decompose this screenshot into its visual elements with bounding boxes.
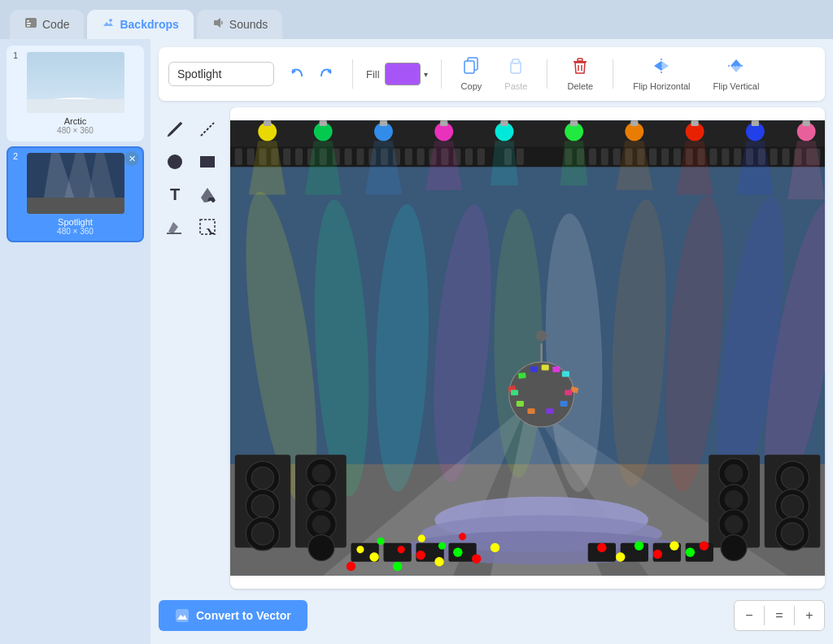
flip-v-label: Flip Vertical	[713, 81, 760, 91]
svg-point-170	[597, 543, 606, 552]
svg-rect-19	[464, 61, 474, 73]
fill-arrow-icon[interactable]: ▾	[424, 70, 428, 79]
fill-tool[interactable]	[194, 181, 221, 208]
delete-button[interactable]: Delete	[560, 54, 600, 94]
sidebar: 1 Arctic	[0, 39, 150, 644]
flip-v-icon	[725, 57, 748, 79]
svg-rect-194	[570, 120, 578, 126]
tab-bar: Code Backdrops Sounds	[0, 0, 833, 39]
zoom-in-button[interactable]: +	[795, 601, 824, 630]
zoom-controls: − = +	[734, 600, 825, 631]
zoom-reset-button[interactable]: =	[765, 601, 794, 630]
svg-point-168	[472, 555, 481, 564]
svg-rect-196	[630, 120, 638, 126]
ellipse-tool[interactable]	[161, 148, 189, 176]
svg-rect-15	[27, 198, 124, 214]
canvas[interactable]	[230, 107, 825, 589]
line-tool[interactable]	[194, 115, 221, 143]
backdrop-number-2: 2	[13, 151, 18, 161]
svg-point-153	[721, 535, 747, 561]
svg-rect-184	[264, 120, 271, 126]
fill-label: Fill	[366, 68, 380, 80]
toolbar: Fill ▾ Copy	[159, 47, 825, 101]
svg-point-176	[700, 542, 709, 550]
svg-rect-60	[235, 148, 242, 165]
erase-tool[interactable]	[161, 213, 189, 241]
brush-tool[interactable]	[161, 115, 189, 143]
main-content: 1 Arctic	[0, 39, 833, 644]
svg-rect-69	[344, 148, 351, 165]
fill-color-swatch[interactable]	[385, 63, 421, 85]
tab-code[interactable]: Code	[10, 10, 84, 39]
svg-point-178	[377, 537, 384, 545]
zoom-out-button[interactable]: −	[735, 601, 764, 630]
svg-point-167	[453, 548, 462, 557]
fill-group: Fill ▾	[366, 63, 428, 85]
svg-point-33	[168, 154, 182, 169]
text-tool[interactable]: T	[161, 181, 189, 208]
svg-rect-192	[500, 120, 508, 126]
svg-point-181	[438, 542, 446, 550]
svg-point-165	[416, 550, 425, 559]
svg-point-135	[312, 490, 331, 509]
svg-rect-113	[511, 389, 518, 395]
editor-area: Fill ▾ Copy	[150, 39, 833, 644]
svg-rect-65	[295, 148, 303, 165]
backdrop-item-spotlight[interactable]: 2 ✕ Spotlight 480 × 360	[7, 146, 144, 242]
tab-backdrops-label: Backdrops	[120, 18, 178, 31]
tab-sounds[interactable]: Sounds	[197, 10, 282, 39]
draw-tools-panel: T	[159, 107, 224, 589]
svg-point-36	[212, 199, 215, 202]
code-icon	[24, 16, 37, 33]
svg-rect-90	[649, 148, 656, 165]
copy-icon	[462, 57, 480, 79]
undo-button[interactable]	[284, 61, 310, 87]
divider-1	[352, 59, 353, 89]
svg-point-145	[781, 523, 803, 545]
svg-point-173	[653, 550, 662, 559]
svg-point-137	[312, 516, 331, 534]
svg-rect-200	[752, 120, 759, 126]
svg-point-164	[393, 562, 402, 571]
convert-to-vector-button[interactable]: Convert to Vector	[159, 600, 307, 631]
flip-v-button[interactable]: Flip Vertical	[707, 54, 766, 94]
svg-point-148	[725, 464, 744, 483]
svg-rect-111	[562, 372, 569, 377]
backdrop-item-arctic[interactable]: 1 Arctic	[7, 46, 144, 141]
backdrop-label-arctic: Arctic 480 × 360	[57, 116, 94, 135]
svg-rect-79	[465, 148, 473, 165]
svg-marker-5	[214, 18, 220, 28]
svg-point-138	[308, 535, 334, 561]
svg-rect-213	[176, 609, 189, 622]
delete-badge-spotlight[interactable]: ✕	[124, 151, 139, 166]
svg-rect-92	[674, 148, 681, 165]
sounds-icon	[212, 16, 225, 33]
svg-rect-87	[613, 148, 621, 165]
svg-rect-70	[356, 148, 364, 165]
svg-point-126	[251, 467, 273, 489]
svg-rect-108	[530, 367, 538, 372]
redo-button[interactable]	[313, 61, 339, 87]
delete-label: Delete	[567, 81, 593, 91]
divider-2	[441, 59, 442, 89]
svg-marker-31	[731, 66, 742, 72]
svg-rect-116	[560, 401, 567, 407]
delete-icon	[571, 57, 589, 79]
svg-rect-117	[528, 408, 535, 414]
svg-point-4	[109, 19, 112, 22]
svg-rect-188	[380, 120, 387, 126]
tool-row-4	[159, 213, 224, 241]
rect-tool[interactable]	[194, 148, 221, 176]
svg-point-175	[686, 548, 695, 557]
flip-h-button[interactable]: Flip Horizontal	[626, 54, 696, 94]
copy-button[interactable]: Copy	[455, 54, 489, 94]
svg-rect-110	[552, 367, 560, 372]
backdrop-thumb-spotlight	[27, 153, 124, 214]
select-tool[interactable]	[194, 213, 221, 241]
divider-3	[547, 59, 547, 89]
canvas-row: T	[159, 107, 825, 589]
paste-button[interactable]: Paste	[498, 54, 534, 94]
backdrop-name-input[interactable]	[168, 62, 274, 86]
tab-backdrops[interactable]: Backdrops	[87, 10, 193, 39]
svg-rect-115	[517, 401, 524, 407]
